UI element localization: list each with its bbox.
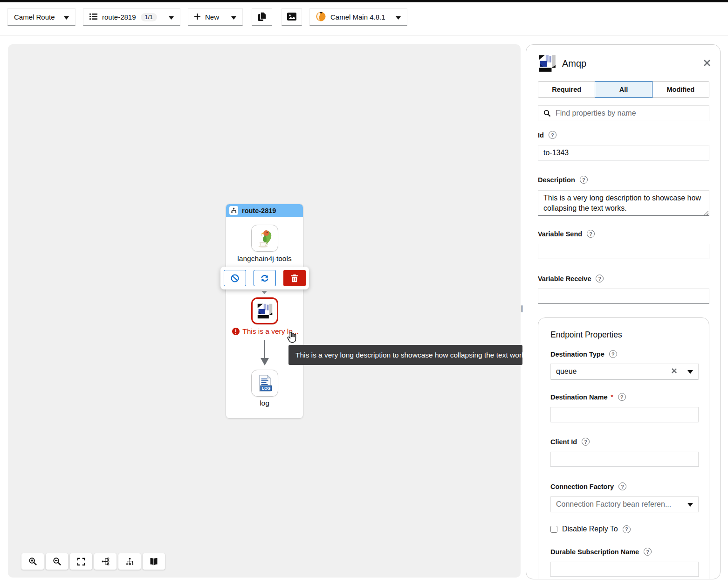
variable-receive-label: Variable Receive [538,275,591,282]
expand-icon [77,557,85,566]
destination-name-label: Destination Name [550,393,607,401]
search-input[interactable] [556,109,704,117]
caret-down-icon [396,13,401,21]
replace-step-button[interactable] [254,270,276,286]
tab-all[interactable]: All [595,81,652,98]
runtime-select-button[interactable]: Camel Main 4.8.1 [309,8,407,26]
edge-arrowhead-icon [261,358,269,365]
toolbar-divider [0,35,728,35]
description-field[interactable]: This is a very long description to showc… [538,190,709,216]
zoom-out-button[interactable] [46,553,68,570]
client-id-field[interactable] [550,452,699,467]
flow-canvas[interactable]: route-2819 langchain4j-tools [8,44,521,578]
route-group-header[interactable]: route-2819 [226,204,303,217]
destination-name-field[interactable] [550,407,699,422]
node-amqp[interactable] [251,297,278,324]
copy-flow-button[interactable] [252,8,272,26]
clear-selection-button[interactable] [669,368,679,375]
endpoint-properties-card: Endpoint Properties Destination Type ? q… [538,317,709,579]
zoom-in-icon [28,557,37,566]
properties-panel: Amqp Required All Modified Id ? [526,44,721,579]
plus-icon [194,13,200,21]
description-tooltip: This is a very long description to showc… [288,345,522,365]
variable-send-label-row: Variable Send ? [538,230,595,238]
node-langchain4j-label: langchain4j-tools [217,255,312,263]
node-action-toolbar [220,267,309,289]
variable-send-field[interactable] [538,244,709,259]
dsl-select-button[interactable]: Camel Route [7,8,76,26]
runtime-select-label: Camel Main 4.8.1 [330,13,385,21]
trash-icon [290,274,299,283]
zoom-in-button[interactable] [21,553,44,570]
node-langchain4j-tools[interactable] [251,225,278,252]
help-icon[interactable]: ? [609,350,617,358]
destination-name-label-row: Destination Name * ? [550,393,626,401]
camel-logo-icon [316,12,326,23]
durable-subscription-name-label: Durable Subscription Name [550,548,639,556]
image-icon [287,13,296,22]
open-catalog-button[interactable] [143,553,165,570]
tab-required[interactable]: Required [538,81,595,98]
help-icon[interactable]: ? [549,131,556,139]
variable-receive-field[interactable] [538,289,709,304]
fit-to-screen-button[interactable] [70,553,92,570]
durable-subscription-name-label-row: Durable Subscription Name ? [550,548,652,556]
horizontal-layout-button[interactable] [94,553,117,570]
langchain4j-parrot-icon [255,228,275,248]
route-select-button[interactable]: route-2819 1/1 [83,8,180,26]
id-field[interactable] [538,145,709,160]
help-icon[interactable]: ? [596,275,604,282]
log-document-icon: LOG [255,374,274,392]
connection-factory-label-row: Connection Factory ? [550,482,626,490]
list-icon [89,13,97,21]
top-accent-bar [0,0,728,2]
connection-factory-placeholder: Connection Factory bean referen... [556,500,671,509]
help-icon[interactable]: ? [587,230,595,238]
zoom-out-icon [53,557,62,566]
new-route-button[interactable]: New [188,8,243,26]
help-icon[interactable]: ? [623,525,631,533]
property-search[interactable] [538,105,709,121]
edge-line [264,340,265,358]
caret-down-icon [169,13,174,21]
endpoint-properties-title: Endpoint Properties [550,330,622,340]
panel-title: Amqp [562,58,586,69]
help-icon[interactable]: ? [582,438,590,446]
disable-reply-to-checkbox[interactable] [550,526,557,533]
connection-factory-select[interactable]: Connection Factory bean referen... [550,496,699,512]
help-icon[interactable]: ? [580,176,588,184]
popover-caret-icon [261,291,267,294]
variable-send-label: Variable Send [538,230,582,238]
clear-x-icon [671,368,677,374]
caret-down-icon [687,367,693,376]
disable-reply-to-label: Disable Reply To [562,525,618,533]
description-label: Description [538,176,575,184]
panel-resize-handle[interactable]: ∥ [520,304,524,313]
node-log[interactable]: LOG [251,370,278,397]
caret-down-icon [231,13,236,21]
pointer-cursor-icon [286,331,297,345]
route-icon [229,206,238,215]
help-icon[interactable]: ? [618,482,626,490]
amqp-logo-icon [256,303,274,320]
export-image-button[interactable] [282,8,302,26]
layout-horizontal-icon [101,557,110,566]
help-icon[interactable]: ? [644,548,652,556]
vertical-layout-button[interactable] [118,553,141,570]
route-group[interactable]: route-2819 langchain4j-tools [226,204,303,419]
disable-reply-to-row: Disable Reply To ? [550,525,631,533]
destination-type-label-row: Destination Type ? [550,350,617,358]
destination-type-select[interactable]: queue [550,364,699,379]
copy-icon [258,12,267,23]
app: Camel Route route-2819 1/1 New [0,0,728,585]
node-log-label: log [217,399,312,407]
durable-subscription-name-field[interactable] [550,562,699,577]
route-group-title: route-2819 [242,207,276,214]
tab-modified[interactable]: Modified [652,81,709,98]
disable-step-button[interactable] [224,270,246,286]
caret-down-icon [64,13,69,21]
close-panel-button[interactable] [701,57,713,69]
delete-step-button[interactable] [283,270,306,286]
variable-receive-label-row: Variable Receive ? [538,275,604,282]
help-icon[interactable]: ? [618,393,626,401]
